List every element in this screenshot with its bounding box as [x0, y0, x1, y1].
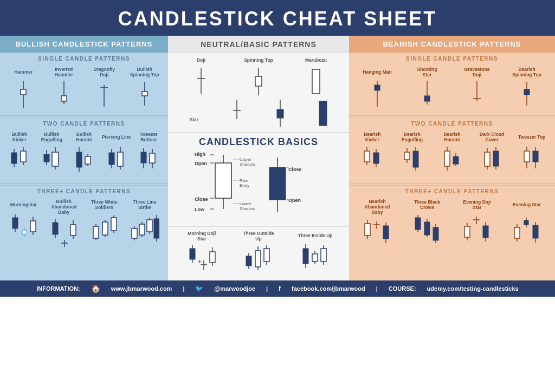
pattern-bullish-kicker: Bullish Kicker	[4, 131, 34, 177]
svg-rect-211	[464, 226, 470, 237]
bearish-two-row: Bearish Kicker Bearish Engulfing	[352, 130, 552, 178]
svg-rect-145	[312, 254, 318, 262]
svg-rect-181	[485, 152, 490, 166]
svg-rect-163	[364, 151, 370, 162]
svg-rect-70	[132, 228, 137, 238]
svg-rect-123	[190, 249, 195, 259]
pattern-bearish-spinning-top: Bearish Spinning Top	[512, 66, 542, 109]
inverted-hammer-icon	[56, 80, 72, 109]
svg-rect-154	[424, 96, 430, 101]
footer-course-label: COURSE:	[389, 285, 416, 292]
dragonfly-doji-icon	[96, 80, 112, 109]
marubozu-filled-icon	[315, 99, 331, 128]
neutral-header: Neutral/Basic Patterns	[168, 36, 349, 53]
svg-text:Close: Close	[195, 197, 208, 202]
svg-rect-205	[424, 222, 430, 235]
svg-rect-28	[85, 156, 91, 164]
bullish-single-group: Hammer Inverted Hammer	[0, 63, 168, 114]
spinning-filled-icon	[272, 99, 288, 128]
pattern-three-black-crows: Three Black Crows	[412, 199, 442, 247]
svg-rect-96	[215, 163, 231, 198]
svg-rect-52	[53, 223, 58, 234]
pattern-morningstar: Morningstar	[9, 199, 38, 247]
svg-rect-34	[118, 152, 123, 166]
bearish-single-group: Hanging Man Shooting Star	[349, 63, 555, 114]
svg-rect-160	[524, 89, 530, 95]
pattern-bearish-engulfing: Bearish Engulfing	[397, 131, 427, 177]
page-wrapper: Candlestick Cheat Sheet Bullish Candlest…	[0, 0, 555, 297]
bearish-two-header: Two Candle Patterns	[349, 117, 555, 128]
pattern-three-outside-up: Three Outside Up	[240, 231, 278, 278]
bullish-column: Bullish Candlestick Patterns Single Cand…	[0, 36, 168, 280]
svg-rect-64	[102, 222, 108, 235]
pattern-evening-doji-star: Evening Doji Star	[462, 199, 492, 247]
pattern-three-white-soldiers: Three White Soldiers	[89, 199, 119, 247]
three-inside-up-icon	[300, 242, 330, 277]
footer: INFORMATION: 🏠 www.jbmarwood.com | 🐦 @ma…	[0, 280, 555, 297]
morningstar-icon	[10, 212, 37, 247]
svg-rect-184	[493, 151, 499, 166]
evening-star-icon	[512, 212, 542, 247]
bullish-kicker-icon	[9, 145, 30, 177]
footer-course: udemy.com/testing-candlesticks	[427, 285, 519, 292]
neutral-three-row: Morning Doji Star +	[173, 231, 344, 278]
doji-icon	[193, 67, 209, 96]
svg-rect-217	[483, 226, 488, 238]
neutral-single-row: Doji Spinning Top	[172, 55, 345, 96]
pattern-three-line-strike: Three Line Strike	[130, 199, 159, 247]
svg-rect-136	[255, 251, 261, 267]
basics-title: Candlestick Basics	[168, 134, 349, 150]
bearish-three-row: Bearish Abandoned Baby	[352, 198, 552, 253]
footer-separator-3: |	[376, 285, 378, 292]
bearish-column: Bearish Candlestick Patterns Single Cand…	[349, 36, 555, 280]
bearish-engulfing-icon	[401, 145, 423, 177]
svg-rect-169	[404, 152, 410, 160]
pattern-hanging-man: Hanging Man	[363, 66, 392, 109]
svg-text:High: High	[195, 152, 205, 157]
svg-text:Lower: Lower	[240, 201, 251, 206]
svg-text:Real: Real	[240, 178, 249, 183]
pattern-evening-star: Evening Star	[512, 199, 542, 247]
pattern-piercing-line: Piercing Line	[101, 131, 131, 177]
neutral-star-row: Star	[172, 96, 345, 130]
svg-rect-67	[111, 218, 117, 231]
header: Candlestick Cheat Sheet	[0, 0, 555, 36]
tweezer-bottom-icon	[138, 145, 159, 177]
svg-rect-178	[453, 156, 459, 164]
three-black-crows-icon	[412, 212, 442, 247]
divider-1	[0, 115, 168, 116]
svg-rect-43	[12, 218, 18, 228]
bearish-header: Bearish Candlestick Patterns	[349, 36, 555, 53]
pattern-tweezer-bottom: Tweezer Bottom	[134, 131, 164, 177]
svg-rect-223	[524, 220, 528, 225]
bullish-three-row: Morningstar	[3, 198, 165, 253]
footer-facebook-icon: f	[279, 285, 281, 292]
svg-rect-130	[210, 252, 215, 263]
pattern-shooting-star: Shooting Star	[412, 66, 442, 109]
bearish-abandoned-baby-icon	[363, 217, 392, 252]
footer-facebook: facebook.com/jbmarwood	[292, 285, 365, 292]
hanging-man-icon	[369, 80, 385, 109]
svg-text:Upper: Upper	[240, 157, 251, 162]
svg-rect-99	[269, 167, 286, 200]
svg-rect-22	[52, 152, 59, 166]
pattern-bearish-abandoned-baby: Bearish Abandoned Baby	[363, 199, 392, 252]
spinning-top-icon	[250, 67, 267, 96]
bullish-two-group: Bullish Kicker Bullish Engulfing	[0, 128, 168, 181]
svg-rect-166	[373, 153, 379, 164]
pattern-doji-variant-1	[218, 99, 256, 128]
piercing-line-icon	[106, 145, 127, 177]
bearish-divider-2	[349, 183, 555, 184]
bullish-engulfing-icon	[41, 145, 62, 177]
bullish-abandoned-baby-icon	[50, 217, 78, 252]
bearish-spinning-top-icon	[519, 80, 535, 109]
svg-rect-151	[375, 85, 380, 90]
pattern-morning-doji-star: Morning Doji Star +	[183, 231, 221, 278]
svg-rect-172	[413, 151, 418, 167]
three-outside-up-icon	[243, 243, 273, 278]
bearish-harami-icon	[441, 145, 463, 177]
svg-rect-16	[21, 151, 26, 162]
three-white-soldiers-icon	[91, 212, 118, 247]
svg-text:Open: Open	[288, 198, 301, 203]
pattern-bearish-harami: Bearish Harami	[437, 131, 467, 177]
